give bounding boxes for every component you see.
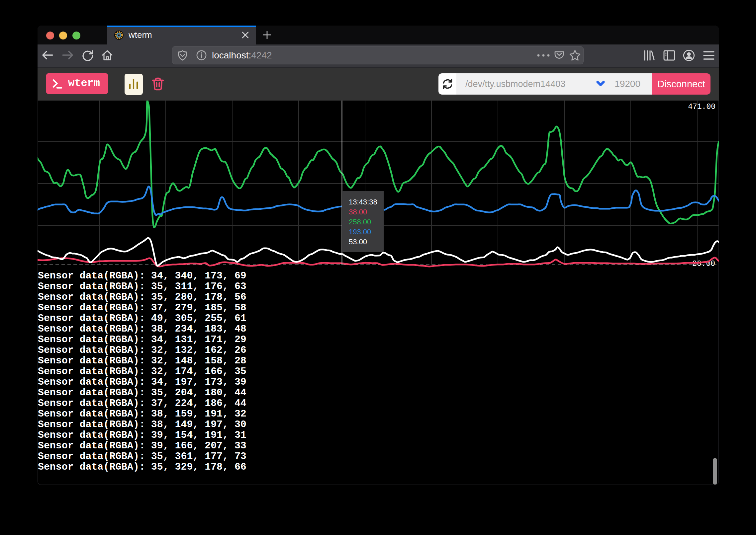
svg-text:471.00: 471.00: [688, 103, 715, 111]
svg-text:26.00: 26.00: [692, 260, 715, 268]
